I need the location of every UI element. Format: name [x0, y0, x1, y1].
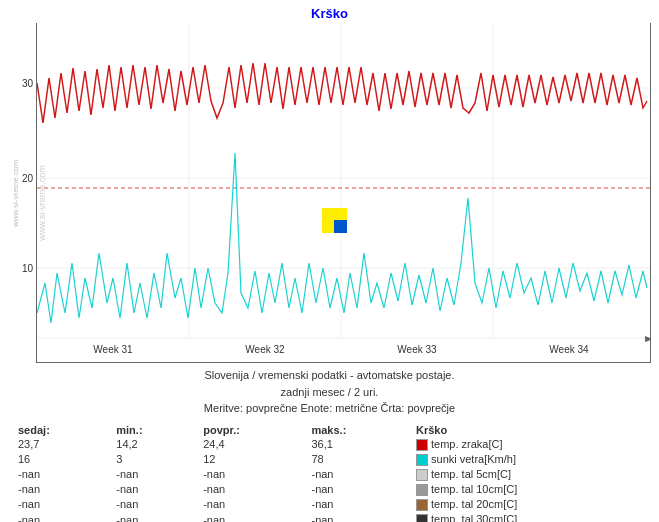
svg-text:Week 34: Week 34: [549, 344, 589, 355]
color-box: [416, 484, 428, 496]
col-min: min.:: [108, 423, 195, 437]
svg-text:Week 33: Week 33: [397, 344, 437, 355]
svg-text:Week 32: Week 32: [245, 344, 285, 355]
y-label-10: 10: [22, 263, 33, 274]
chart-title: Krško: [0, 0, 659, 23]
color-box: [416, 514, 428, 522]
table-row: -nan-nan-nan-nantemp. tal 20cm[C]: [10, 497, 649, 512]
table-row: -nan-nan-nan-nantemp. tal 30cm[C]: [10, 512, 649, 522]
table-row: -nan-nan-nan-nantemp. tal 5cm[C]: [10, 467, 649, 482]
table-row: 23,714,224,436,1temp. zraka[C]: [10, 437, 649, 452]
table-row: -nan-nan-nan-nantemp. tal 10cm[C]: [10, 482, 649, 497]
col-maks: maks.:: [303, 423, 408, 437]
chart-svg: Week 31 Week 32 Week 33 Week 34 www.si-v…: [37, 23, 650, 363]
legend-item: temp. tal 20cm[C]: [408, 497, 649, 512]
description-line3: Meritve: povprečne Enote: metrične Črta:…: [0, 400, 659, 417]
watermark: www.si-vreme.com: [6, 23, 26, 363]
legend-item: temp. tal 30cm[C]: [408, 512, 649, 522]
description: Slovenija / vremenski podatki - avtomats…: [0, 363, 659, 419]
main-container: Krško www.si-vreme.com 30 20 10: [0, 0, 659, 522]
description-line1: Slovenija / vremenski podatki - avtomats…: [0, 367, 659, 384]
legend-item: temp. tal 10cm[C]: [408, 482, 649, 497]
legend-item: temp. tal 5cm[C]: [408, 467, 649, 482]
table-header: sedaj: min.: povpr.: maks.: Krško: [10, 423, 649, 437]
svg-text:Week 31: Week 31: [93, 344, 133, 355]
description-line2: zadnji mesec / 2 uri.: [0, 384, 659, 401]
color-box: [416, 499, 428, 511]
y-label-20: 20: [22, 173, 33, 184]
svg-text:www.si-vreme.com: www.si-vreme.com: [37, 165, 47, 242]
svg-rect-10: [322, 220, 334, 233]
legend-item: temp. zraka[C]: [408, 437, 649, 452]
data-table: sedaj: min.: povpr.: maks.: Krško 23,714…: [0, 423, 659, 523]
y-label-30: 30: [22, 78, 33, 89]
color-box: [416, 439, 428, 451]
legend-item: sunki vetra[Km/h]: [408, 452, 649, 467]
col-povpr: povpr.:: [195, 423, 303, 437]
color-box: [416, 454, 428, 466]
table-row: 1631278sunki vetra[Km/h]: [10, 452, 649, 467]
svg-marker-15: [645, 336, 650, 342]
col-label: Krško: [408, 423, 649, 437]
color-box: [416, 469, 428, 481]
svg-rect-9: [322, 208, 347, 220]
col-sedaj: sedaj:: [10, 423, 108, 437]
